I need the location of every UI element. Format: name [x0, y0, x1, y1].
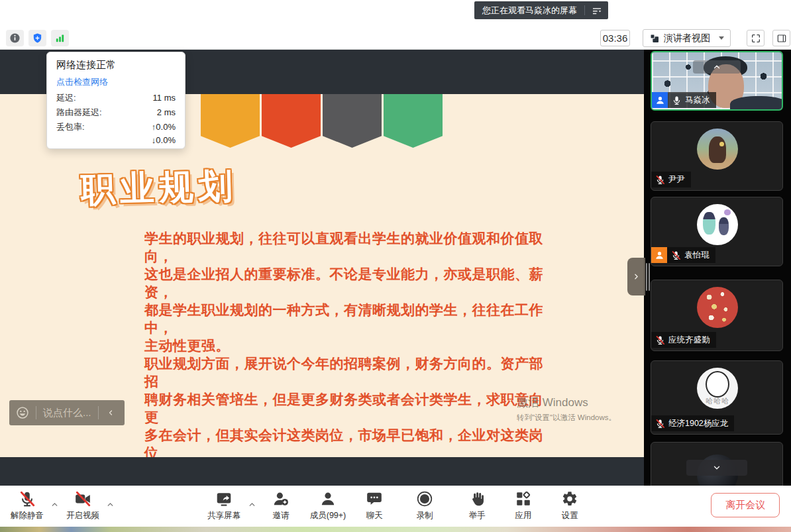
- chat-icon: [366, 490, 383, 507]
- video-options-chevron[interactable]: [106, 500, 115, 509]
- check-network-link[interactable]: 点击检查网络: [56, 76, 176, 88]
- sidebar-scroll-up-button[interactable]: [693, 60, 741, 74]
- chat-divider: [36, 406, 36, 419]
- members-icon: [319, 490, 337, 507]
- slide-body-text: 学生的职业规划，往往可以直观看出学生的就业价值观和价值取向， 这也是企业招人的重…: [144, 229, 555, 486]
- quick-chat-input[interactable]: 说点什么...: [9, 400, 125, 425]
- mic-muted-icon: [655, 419, 665, 429]
- slide-bottom-band: [0, 457, 644, 486]
- network-quality-button[interactable]: [51, 30, 69, 46]
- record-button[interactable]: 录制: [407, 490, 443, 521]
- contact-badge-blue: [652, 92, 668, 108]
- share-screen-button[interactable]: 共享屏幕: [203, 490, 245, 521]
- chevron-down-icon: [719, 36, 724, 40]
- top-toolbar: 03:36 演讲者视图: [0, 27, 791, 50]
- signal-bars-icon: [54, 32, 66, 44]
- participant-tile[interactable]: 袁怡琨: [651, 197, 783, 266]
- participant-label: 应统齐盛勤: [651, 332, 716, 348]
- camera-muted-icon: [74, 490, 91, 507]
- chevron-down-icon: [712, 463, 721, 472]
- participant-label: 尹尹: [651, 172, 691, 187]
- chat-placeholder: 说点什么...: [43, 407, 91, 419]
- participant-name: 尹尹: [668, 174, 685, 186]
- banner-pennant-green: [384, 94, 443, 148]
- meeting-info-button[interactable]: [6, 30, 24, 46]
- participant-name: 经济1902杨应龙: [668, 418, 728, 429]
- watermark-line1: 激活 Windows: [517, 395, 616, 410]
- person-icon: [655, 250, 664, 260]
- desktop-peek-strip: [0, 527, 791, 532]
- participant-tile-speaker[interactable]: 马焱冰: [651, 51, 783, 111]
- view-mode-selector[interactable]: 演讲者视图: [643, 29, 731, 47]
- contact-badge-orange: [651, 247, 667, 263]
- members-button[interactable]: 成员(99+): [303, 490, 352, 521]
- packet-loss-up: ↑0.0%: [152, 122, 176, 132]
- participant-tile[interactable]: 哈哈哈 经济1902杨应龙: [651, 360, 783, 435]
- mic-muted-icon: [655, 335, 665, 345]
- packet-loss-row: 丢包率: ↑0.0% ↓0.0%: [56, 122, 176, 145]
- banner-menu-icon[interactable]: [591, 5, 603, 17]
- latency-row: 延迟: 11 ms: [56, 93, 176, 103]
- packet-loss-label: 丢包率:: [56, 122, 85, 132]
- apps-button[interactable]: 应用: [506, 490, 541, 521]
- sidebar-collapse-button[interactable]: [627, 258, 645, 295]
- router-latency-row: 路由器延迟: 2 ms: [56, 107, 176, 117]
- avatar: [697, 129, 738, 170]
- apps-icon: [515, 490, 532, 507]
- share-options-chevron[interactable]: [248, 500, 256, 509]
- participant-label: 袁怡琨: [667, 247, 715, 263]
- chevron-left-icon[interactable]: [107, 409, 115, 417]
- top-strip: 您正在观看马焱冰的屏幕: [0, 0, 791, 27]
- share-screen-icon: [215, 490, 233, 507]
- mic-muted-icon: [19, 490, 36, 507]
- person-icon: [655, 95, 665, 105]
- watermark-line2: 转到"设置"以激活 Windows。: [517, 413, 616, 423]
- packet-loss-values: ↑0.0% ↓0.0%: [152, 122, 176, 145]
- settings-button[interactable]: 设置: [553, 490, 587, 521]
- router-latency-label: 路由器延迟:: [56, 107, 102, 117]
- invite-icon: [272, 490, 290, 507]
- invite-button[interactable]: 邀请: [264, 490, 298, 521]
- participant-tile[interactable]: 尹尹: [651, 121, 783, 191]
- chat-button[interactable]: 聊天: [358, 490, 391, 521]
- participant-name: 马焱冰: [685, 95, 710, 106]
- leave-meeting-button[interactable]: 离开会议: [711, 493, 780, 517]
- chat-divider: [98, 406, 99, 419]
- participants-sidebar: 马焱冰 尹尹 袁怡琨 应统齐盛勤: [644, 50, 791, 486]
- chevron-up-icon: [712, 62, 721, 72]
- participant-tile[interactable]: 应统齐盛勤: [651, 280, 783, 351]
- fullscreen-button[interactable]: [747, 30, 765, 46]
- record-icon: [416, 490, 433, 507]
- windows-activation-watermark: 激活 Windows 转到"设置"以激活 Windows。: [517, 395, 616, 423]
- sidebar-scroll-down-button[interactable]: [686, 460, 747, 476]
- slide-title: 职业规划: [80, 163, 238, 213]
- network-status-title: 网络连接正常: [56, 59, 176, 72]
- start-video-button[interactable]: 开启视频: [64, 490, 102, 521]
- latency-value: 11 ms: [153, 93, 176, 103]
- sidebar-drag-handle[interactable]: [646, 263, 651, 291]
- participant-tile-partial[interactable]: [651, 442, 783, 486]
- participant-label: 经济1902杨应龙: [651, 415, 734, 431]
- shield-icon: [32, 32, 43, 44]
- network-status-popup: 网络连接正常 点击检查网络 延迟: 11 ms 路由器延迟: 2 ms 丢包率:…: [46, 52, 185, 149]
- mic-on-icon: [672, 95, 682, 105]
- side-panel-toggle-button[interactable]: [772, 30, 790, 46]
- raise-hand-button[interactable]: 举手: [460, 490, 494, 521]
- unmute-button[interactable]: 解除静音: [8, 490, 46, 521]
- security-button[interactable]: [28, 30, 46, 46]
- avatar: [697, 287, 738, 328]
- mic-options-chevron[interactable]: [50, 500, 59, 509]
- meeting-timer: 03:36: [600, 30, 630, 46]
- view-mode-label: 演讲者视图: [664, 32, 710, 44]
- bottom-toolbar: 解除静音 开启视频 共享屏幕 邀请 成员(99+) 聊天 录制: [0, 486, 791, 527]
- settings-icon: [561, 490, 578, 507]
- avatar-text: 哈哈哈: [697, 396, 738, 406]
- side-panel-icon: [776, 33, 787, 44]
- mic-muted-icon: [671, 250, 681, 260]
- packet-loss-down: ↓0.0%: [152, 135, 176, 145]
- layout-icon: [649, 33, 660, 44]
- participant-name: 应统齐盛勤: [668, 335, 710, 346]
- meeting-window: 您正在观看马焱冰的屏幕 03:36 演讲者视图: [0, 0, 791, 532]
- emoji-icon[interactable]: [16, 406, 29, 419]
- avatar: [697, 204, 738, 245]
